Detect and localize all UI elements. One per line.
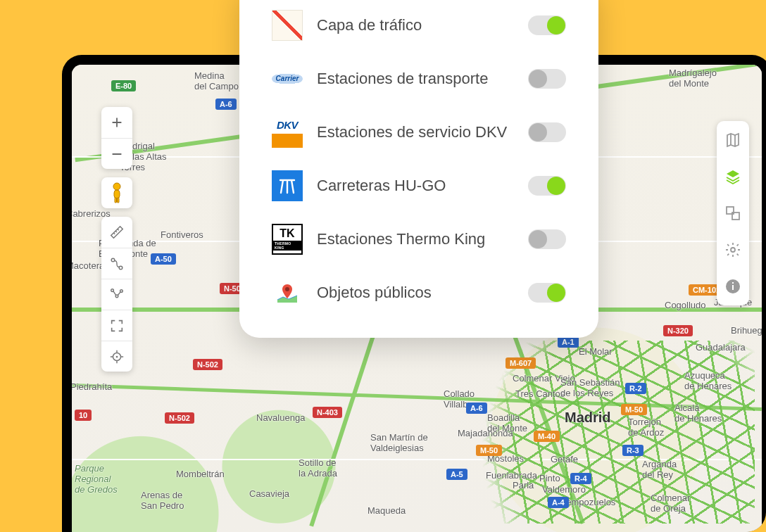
svg-rect-16 (732, 282, 734, 284)
layer-label: Estaciones de servicio DKV (317, 123, 514, 141)
ruler-button[interactable] (101, 217, 132, 248)
layers-panel: Capa de tráfico Carrier Estaciones de tr… (239, 0, 598, 338)
carrier-logo-icon: Carrier (272, 63, 303, 94)
layers-button[interactable] (721, 165, 745, 189)
minus-icon (109, 146, 125, 162)
settings-button[interactable] (721, 238, 745, 262)
svg-point-4 (111, 258, 115, 262)
info-button[interactable] (721, 274, 745, 298)
pegman-icon (108, 182, 125, 203)
layer-row-thermoking: TK THERMO KING Estaciones Thermo King (272, 224, 566, 255)
layer-label: Estaciones Thermo King (317, 230, 514, 248)
svg-point-6 (111, 289, 114, 291)
svg-point-0 (113, 183, 120, 190)
layer-toggle-thermoking[interactable] (528, 229, 566, 249)
plus-icon (109, 115, 125, 130)
map-pin-icon (275, 280, 300, 305)
left-map-controls (101, 107, 132, 372)
svg-point-10 (116, 355, 118, 357)
layer-row-traffic: Capa de tráfico (272, 10, 566, 41)
svg-point-8 (120, 289, 123, 292)
traffic-layer-icon (272, 10, 303, 41)
layer-row-public: Objetos públicos (272, 277, 566, 308)
layer-toggle-hugo[interactable] (528, 176, 566, 196)
svg-point-17 (285, 287, 289, 291)
public-objects-icon (272, 277, 303, 308)
hugo-logo-icon (272, 170, 303, 201)
map-icon (724, 132, 741, 148)
layer-label: Objetos públicos (317, 284, 514, 302)
svg-point-5 (119, 266, 123, 270)
fit-bounds-button[interactable] (101, 310, 132, 341)
route-icon (109, 256, 125, 272)
traffic-overlay (459, 341, 755, 524)
basemap-button[interactable] (721, 128, 745, 152)
gear-icon (724, 241, 741, 258)
layers-icon (724, 168, 741, 185)
zoom-in-button[interactable] (101, 107, 132, 138)
multi-route-button[interactable] (101, 279, 132, 310)
ruler-icon (109, 224, 125, 240)
streetview-pegman[interactable] (101, 177, 132, 208)
fit-icon (109, 318, 125, 334)
locate-icon (109, 349, 125, 365)
info-icon (724, 278, 741, 295)
layer-row-dkv: DKV Estaciones de servicio DKV (272, 117, 566, 148)
locate-button[interactable] (101, 341, 132, 372)
layer-toggle-dkv[interactable] (528, 122, 566, 142)
right-toolbar (717, 121, 749, 305)
route-button[interactable] (101, 248, 132, 279)
map-tools (101, 217, 132, 372)
layer-label: Estaciones de transporte (317, 70, 514, 88)
layer-label: Capa de tráfico (317, 16, 514, 34)
zoom-out-button[interactable] (101, 138, 132, 169)
svg-rect-15 (732, 285, 734, 290)
svg-rect-1 (114, 190, 120, 198)
zoom-control (101, 107, 132, 169)
svg-point-7 (115, 295, 118, 298)
layer-row-hugo: Carreteras HU-GO (272, 170, 566, 201)
thermoking-logo-icon: TK THERMO KING (272, 224, 303, 255)
dkv-logo-icon: DKV (272, 117, 303, 148)
layer-toggle-carrier[interactable] (528, 69, 566, 89)
layer-toggle-traffic[interactable] (528, 15, 566, 35)
groups-icon (724, 205, 741, 222)
layer-label: Carreteras HU-GO (317, 177, 514, 195)
groups-button[interactable] (721, 201, 745, 225)
svg-rect-2 (115, 198, 117, 203)
svg-point-13 (731, 248, 735, 252)
layer-toggle-public[interactable] (528, 283, 566, 303)
layer-row-carrier: Carrier Estaciones de transporte (272, 63, 566, 94)
svg-rect-3 (118, 198, 120, 203)
motorway-icon (277, 176, 297, 196)
multi-route-icon (109, 287, 125, 303)
